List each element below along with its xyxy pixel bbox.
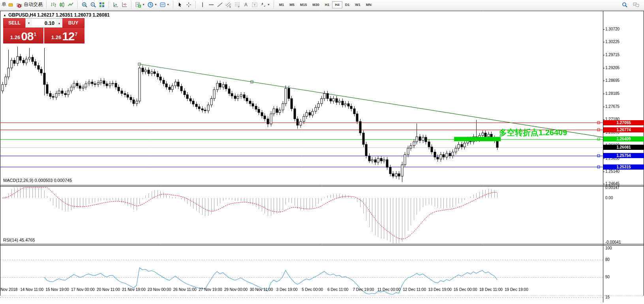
time-axis-label[interactable]: 29 Nov 00:00	[224, 287, 248, 292]
timeframe-button-m5[interactable]: M5	[287, 1, 297, 8]
crosshair-icon[interactable]	[184, 1, 193, 9]
chevron-down-icon: ▼	[267, 3, 270, 6]
volume-increase-button[interactable]: ▲	[56, 19, 62, 27]
rsi-axis-tick: 100	[605, 246, 612, 250]
timeframe-button-m15[interactable]: M15	[297, 1, 310, 8]
volume-stepper: ▼ ▲	[25, 18, 63, 28]
timeframe-button-m1[interactable]: M1	[276, 1, 287, 8]
text-tool-button[interactable]: A	[242, 1, 250, 9]
time-axis-label[interactable]: 18 Dec 11:00	[479, 287, 503, 292]
volume-decrease-button[interactable]: ▼	[26, 19, 32, 27]
chart-title: ▲ GBPUSD,H4 1.26217 1.26351 1.26073 1.26…	[3, 12, 110, 18]
svg-text:F: F	[238, 6, 240, 8]
auto-scroll-icon[interactable]	[111, 1, 120, 9]
time-axis-label[interactable]: 15 Nov 19:00	[45, 287, 69, 292]
collapse-arrow-icon[interactable]: ▲	[3, 13, 6, 17]
timeframe-button-mn[interactable]: MN	[363, 1, 374, 8]
auto-trading-label: 自动交易	[24, 1, 43, 8]
price-axis-tick: 1.29205	[605, 66, 620, 70]
chart-ohlc-values: 1.26217 1.26351 1.26073 1.26081	[37, 12, 110, 18]
candlestick-chart-icon[interactable]	[58, 1, 66, 9]
arrows-tool-button[interactable]: ▼	[259, 1, 271, 9]
svg-text:T: T	[253, 3, 255, 7]
periods-button[interactable]: ▼	[146, 1, 158, 9]
horizontal-line-tool-icon[interactable]	[207, 1, 216, 9]
search-icon[interactable]	[620, 1, 629, 9]
pivot-annotation-text[interactable]: 多空转折点1.26409	[499, 127, 567, 138]
zoom-in-icon[interactable]	[80, 1, 89, 9]
time-axis-label[interactable]: 11 Dec 00:00	[377, 287, 401, 292]
time-axis-label[interactable]: 15 Dec 00:00	[454, 287, 477, 292]
price-level-badge[interactable]: 1.25754	[603, 153, 644, 158]
cursor-icon[interactable]	[176, 1, 184, 9]
bar-chart-icon[interactable]	[49, 1, 58, 9]
time-axis-label[interactable]: 5 Dec 00:00	[302, 287, 323, 292]
rsi-axis-tick: 80	[605, 257, 610, 262]
sell-quote[interactable]: 1.26 08 1	[3, 28, 43, 43]
chart-shift-icon[interactable]	[120, 1, 129, 9]
buy-quote[interactable]: 1.26 12 7	[44, 28, 84, 43]
time-axis-label[interactable]: 12 Dec 11:00	[403, 287, 426, 292]
svg-text:E: E	[229, 6, 231, 8]
timeframe-button-h4[interactable]: H4	[332, 1, 342, 8]
tile-windows-icon[interactable]	[98, 1, 106, 9]
timeframe-button-w1[interactable]: W1	[352, 1, 363, 8]
time-axis-label[interactable]: 20 Nov 11:00	[97, 287, 120, 292]
time-axis-label[interactable]: 6 Dec 11:00	[327, 287, 348, 292]
chevron-down-icon: ▼	[167, 3, 169, 6]
time-axis-label[interactable]: 21 Nov 19:00	[122, 287, 146, 292]
time-axis-label[interactable]: 19 Dec 19:00	[505, 287, 528, 292]
clock-icon	[147, 2, 154, 8]
sell-price-small: 1.26	[10, 32, 20, 43]
zoom-out-icon[interactable]	[89, 1, 98, 9]
time-axis-label[interactable]: 3 Dec 19:00	[276, 287, 298, 292]
price-axis-tick: 1.25140	[605, 169, 620, 174]
line-chart-icon[interactable]	[66, 1, 75, 9]
price-axis-tick: 1.30225	[605, 40, 620, 44]
toolbar-separator	[173, 1, 173, 8]
price-level-badge[interactable]: 1.26774	[603, 127, 644, 132]
price-level-badge[interactable]: 1.25315	[603, 164, 644, 170]
chat-icon[interactable]	[631, 1, 641, 9]
price-level-badge[interactable]: 1.26081	[603, 145, 644, 150]
time-axis-label[interactable]: 17 Nov 00:00	[71, 287, 95, 292]
price-axis-tick: 1.28185	[605, 91, 620, 96]
toolbar-separator	[77, 1, 78, 8]
time-axis-label[interactable]: 27 Nov 19:00	[199, 287, 222, 292]
trendline-tool-icon[interactable]	[216, 1, 224, 9]
time-axis-label[interactable]: 13 Nov 2018	[0, 287, 17, 292]
time-axis-label[interactable]: 23 Nov 00:00	[148, 287, 171, 292]
templates-button[interactable]: ▼	[158, 1, 171, 9]
text-label-tool-icon[interactable]: T	[250, 1, 259, 9]
chart-window: ▲ GBPUSD,H4 1.26217 1.26351 1.26073 1.26…	[0, 10, 644, 304]
time-axis-label[interactable]: 7 Dec 19:00	[353, 287, 374, 292]
price-axis-tick: 1.29715	[605, 53, 620, 57]
chevron-down-icon: ▼	[142, 3, 145, 6]
fibonacci-tool-icon[interactable]: F	[233, 1, 242, 9]
new-order-label[interactable]: 单	[2, 1, 6, 8]
sell-button[interactable]: SELL	[3, 18, 25, 28]
vertical-line-tool-icon[interactable]	[198, 1, 207, 9]
time-axis-label[interactable]: 13 Dec 19:00	[428, 287, 452, 292]
timeframe-button-m30[interactable]: M30	[310, 1, 322, 8]
equidistant-channel-tool-icon[interactable]: E	[224, 1, 233, 9]
timeframe-button-h1[interactable]: H1	[322, 1, 332, 8]
auto-trading-button[interactable]: 自动交易	[15, 1, 44, 9]
volume-input[interactable]	[32, 19, 56, 27]
timeframe-button-d1[interactable]: D1	[342, 1, 353, 8]
new-order-icon[interactable]	[6, 1, 15, 9]
macd-indicator-label: MACD(12,26,9) 0.000503 0.000745	[3, 178, 72, 183]
rsi-axis-tick: 50	[605, 275, 610, 279]
time-axis-label[interactable]: 14 Nov 11:00	[20, 287, 43, 292]
buy-price-big: 12	[62, 30, 74, 43]
main-toolbar: 单 自动交易	[0, 0, 644, 9]
time-axis-label[interactable]: 30 Nov 11:00	[250, 287, 273, 292]
indicators-icon	[135, 2, 141, 8]
time-axis-label[interactable]: 26 Nov 11:00	[173, 287, 197, 292]
buy-price-small: 1.26	[51, 32, 61, 43]
price-level-badge[interactable]: 1.26409	[603, 136, 644, 142]
buy-button[interactable]: BUY	[62, 18, 84, 28]
one-click-trading-panel: SELL ▼ ▲ BUY 1.26 08 1 1.26 12 7	[3, 18, 84, 43]
price-level-badge[interactable]: 1.27055	[603, 120, 644, 125]
indicators-button[interactable]: ▼	[134, 1, 146, 9]
